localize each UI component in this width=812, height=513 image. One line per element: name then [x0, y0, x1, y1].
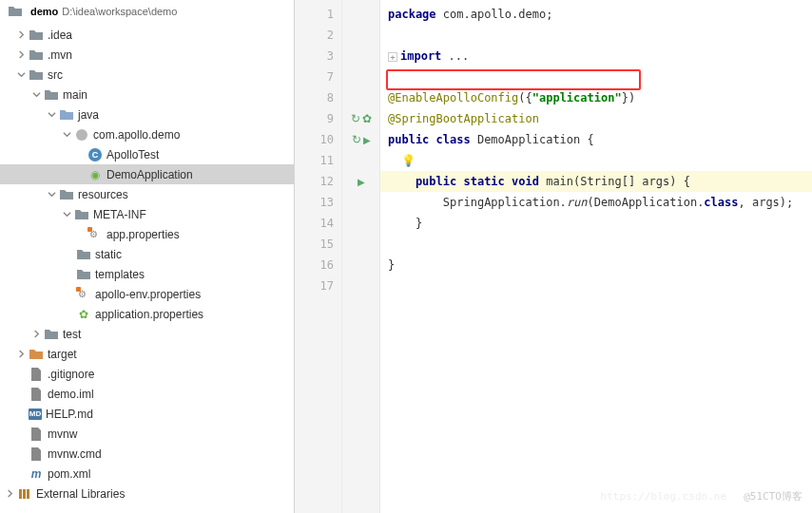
project-sidebar[interactable]: demo D:\idea\workspace\demo .idea .mvn s…	[0, 0, 295, 513]
tree-item-apolloenv[interactable]: apollo-env.properties	[0, 284, 294, 304]
tree-label: mvnw.cmd	[48, 447, 102, 461]
tree-label: ApolloTest	[106, 148, 159, 162]
tree-item-demoapp[interactable]: ◉DemoApplication	[0, 164, 294, 184]
svg-rect-1	[19, 489, 22, 499]
line-gutter: 1 2 3 7 8 9 10 11 12 13 14 15 16 17	[295, 0, 342, 513]
folder-icon	[76, 247, 91, 262]
file-icon	[29, 387, 44, 402]
tree-label: app.properties	[106, 228, 180, 241]
tree-item-apollotest[interactable]: CApolloTest	[0, 144, 294, 164]
chevron-right-icon[interactable]	[15, 49, 27, 61]
target-folder-icon	[29, 347, 44, 362]
chevron-down-icon[interactable]	[15, 69, 27, 81]
tree-item-mvnw[interactable]: mvnw	[0, 424, 294, 444]
chevron-down-icon[interactable]	[46, 189, 57, 200]
tree-label: main	[63, 88, 87, 102]
run-icon[interactable]: ▶	[358, 177, 365, 187]
tree-label: templates	[95, 268, 145, 281]
code-line: @EnableApolloConfig({"application"})	[380, 87, 812, 108]
tree-label: apollo-env.properties	[95, 288, 201, 301]
tree-item-package[interactable]: com.apollo.demo	[0, 124, 294, 144]
svg-rect-2	[23, 489, 26, 499]
line-number: 2	[295, 25, 334, 46]
line-number: 10	[295, 129, 334, 150]
code-line: }	[380, 213, 812, 234]
code-line: public static void main(String[] args) {	[380, 171, 812, 192]
class-icon: C	[87, 147, 103, 162]
chevron-right-icon[interactable]	[15, 29, 27, 41]
chevron-down-icon[interactable]	[61, 209, 72, 220]
code-area[interactable]: package com.apollo.demo; +import ... @En…	[380, 0, 812, 513]
tree-label: pom.xml	[48, 467, 90, 481]
spring-bean-icon[interactable]: ✿	[362, 112, 372, 125]
folder-icon	[74, 207, 89, 222]
tree-item-idea[interactable]: .idea	[0, 25, 294, 45]
tree-label: test	[63, 328, 81, 341]
folder-icon	[29, 28, 44, 43]
line-number: 14	[295, 213, 334, 234]
tree-item-pomxml[interactable]: mpom.xml	[0, 464, 294, 484]
highlight-box	[386, 69, 641, 90]
chevron-down-icon[interactable]	[30, 89, 42, 101]
tree-item-mvn[interactable]: .mvn	[0, 45, 294, 65]
tree-item-metainf[interactable]: META-INF	[0, 204, 294, 224]
code-line: public class DemoApplication {	[380, 129, 812, 150]
tree-label: .idea	[48, 28, 72, 42]
tree-item-src[interactable]: src	[0, 65, 294, 85]
tree-label: META-INF	[93, 208, 146, 221]
tree-item-extlibs[interactable]: External Libraries	[0, 484, 294, 504]
code-line	[380, 276, 812, 296]
chevron-right-icon[interactable]	[4, 488, 15, 500]
tree-item-appproperties[interactable]: ✿application.properties	[0, 304, 294, 324]
maven-icon: m	[29, 466, 44, 482]
breadcrumb: demo D:\idea\workspace\demo	[0, 0, 294, 23]
code-line: package com.apollo.demo;	[380, 4, 812, 25]
chevron-right-icon[interactable]	[30, 329, 42, 340]
code-line	[380, 25, 812, 46]
run-icon[interactable]: ▶	[363, 135, 371, 145]
folder-icon	[29, 67, 44, 83]
svg-rect-3	[27, 489, 29, 499]
tree-item-test[interactable]: test	[0, 324, 294, 344]
tree-label: src	[48, 68, 63, 82]
fold-icon[interactable]: +	[388, 52, 397, 62]
chevron-down-icon[interactable]	[61, 129, 72, 141]
spring-bean-icon[interactable]: ↻	[352, 133, 361, 146]
tree-item-demoiml[interactable]: demo.iml	[0, 384, 294, 404]
line-number: 8	[295, 87, 334, 108]
project-icon	[8, 4, 23, 19]
spring-bean-icon[interactable]: ↻	[351, 112, 360, 125]
tree-item-appprops[interactable]: app.properties	[0, 224, 294, 244]
tree-label: DemoApplication	[106, 168, 193, 181]
properties-icon	[87, 227, 103, 242]
tree-label: com.apollo.demo	[93, 128, 180, 142]
tree-label: .gitignore	[48, 368, 94, 381]
tree-item-helpmd[interactable]: MDHELP.md	[0, 404, 294, 424]
tree-label: demo.iml	[48, 388, 94, 401]
tree-label: application.properties	[95, 308, 203, 321]
bulb-icon[interactable]: 💡	[401, 154, 416, 167]
code-line: @SpringBootApplication	[380, 108, 812, 129]
tree-item-static[interactable]: static	[0, 244, 294, 264]
tree-item-mvnwcmd[interactable]: mvnw.cmd	[0, 444, 294, 464]
tree-item-target[interactable]: target	[0, 344, 294, 364]
line-number: 11	[295, 150, 334, 171]
tree-item-main[interactable]: main	[0, 85, 294, 104]
line-number: 3	[295, 46, 334, 66]
file-icon	[29, 446, 44, 462]
tree-item-resources[interactable]: resources	[0, 184, 294, 204]
tree-item-java[interactable]: java	[0, 104, 294, 124]
chevron-right-icon[interactable]	[15, 349, 27, 360]
tree-item-templates[interactable]: templates	[0, 264, 294, 284]
code-line: 💡	[380, 150, 812, 171]
project-name: demo	[30, 6, 58, 17]
chevron-down-icon[interactable]	[46, 109, 57, 121]
line-number: 13	[295, 192, 334, 213]
tree-item-gitignore[interactable]: .gitignore	[0, 364, 294, 384]
library-icon	[17, 486, 32, 502]
code-editor[interactable]: 1 2 3 7 8 9 10 11 12 13 14 15 16 17 ↻✿ ↻…	[295, 0, 812, 513]
tree-label: resources	[78, 188, 128, 201]
code-line	[380, 234, 812, 255]
code-line: }	[380, 255, 812, 276]
folder-icon	[44, 87, 59, 103]
